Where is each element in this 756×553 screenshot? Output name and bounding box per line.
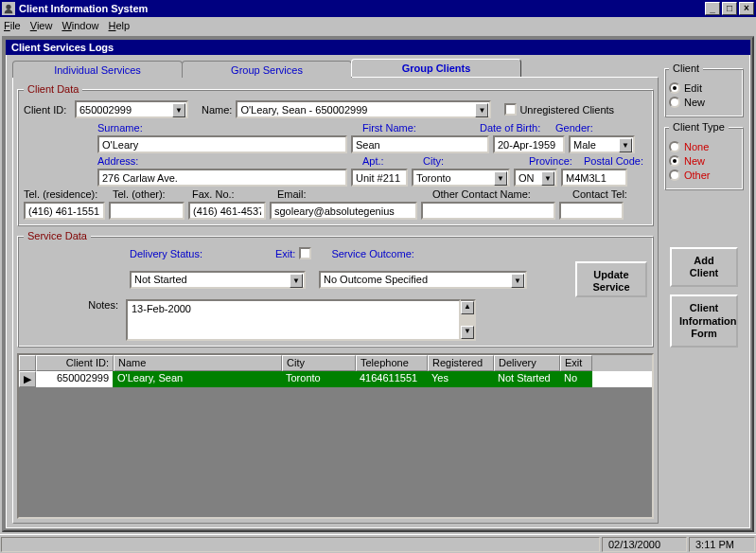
fax-input[interactable] (188, 202, 266, 220)
grid-rowselector-header (19, 355, 36, 371)
fax-label: Fax. No.: (192, 188, 235, 200)
client-info-form-button[interactable]: Client Information Form (670, 294, 738, 348)
contact-tel-input[interactable] (559, 202, 624, 220)
tab-individual-services[interactable]: Individual Services (12, 61, 183, 78)
client-type-none-radio[interactable]: None (669, 141, 739, 152)
grid-cell-registered: Yes (428, 371, 494, 387)
menu-help[interactable]: Help (109, 20, 131, 31)
province-label: Province: (529, 155, 572, 167)
menu-file[interactable]: File (4, 20, 21, 31)
other-contact-input[interactable] (421, 202, 555, 220)
firstname-label: First Name: (362, 122, 416, 134)
grid-cell-telephone: 4164611551 (356, 371, 428, 387)
minimize-button[interactable]: _ (705, 2, 720, 15)
grid-cell-name: O'Leary, Sean (114, 371, 282, 387)
apt-input[interactable] (351, 169, 408, 187)
tel-other-input[interactable] (109, 202, 185, 220)
postal-input[interactable] (561, 169, 627, 187)
client-type-group: Client Type None New Other (664, 121, 744, 190)
client-mode-group: Client Edit New (664, 62, 744, 117)
menubar: File View Window Help (0, 17, 756, 34)
notes-textarea[interactable]: 13-Feb-2000 (126, 299, 461, 341)
address-label: Address: (97, 155, 138, 167)
grid-header-city[interactable]: City (282, 355, 356, 371)
chevron-down-icon: ▼ (511, 274, 524, 288)
client-id-combo[interactable]: 650002999▼ (75, 100, 188, 118)
tel-other-label: Tel. (other): (113, 188, 166, 200)
client-mode-legend: Client (669, 62, 703, 74)
client-type-new-radio[interactable]: New (669, 155, 739, 167)
grid-header-exit[interactable]: Exit (560, 355, 592, 371)
name-combo[interactable]: O'Leary, Sean - 650002999▼ (236, 100, 491, 118)
grid-header-telephone[interactable]: Telephone (356, 355, 428, 371)
grid-header-registered[interactable]: Registered (428, 355, 494, 371)
child-window-title: Client Services Logs (6, 40, 750, 55)
name-label: Name: (202, 104, 232, 116)
grid-cell-exit: No (560, 371, 592, 387)
grid-header-delivery[interactable]: Delivery (494, 355, 560, 371)
service-data-legend: Service Data (24, 230, 91, 241)
grid-cell-client-id: 650002999 (36, 371, 114, 387)
notes-scrollbar[interactable]: ▲ ▼ (461, 299, 476, 341)
gender-combo[interactable]: Male▼ (569, 135, 635, 153)
window-title: Client Information System (19, 3, 703, 14)
app-icon (2, 2, 15, 15)
scroll-up-icon[interactable]: ▲ (461, 301, 474, 314)
maximize-button[interactable]: □ (722, 2, 737, 15)
close-button[interactable]: × (739, 2, 754, 15)
scroll-down-icon[interactable]: ▼ (461, 326, 474, 339)
chevron-down-icon: ▼ (619, 138, 632, 152)
tab-strip: Individual Services Group Services Group… (12, 59, 659, 77)
exit-checkbox[interactable] (299, 247, 311, 259)
grid-cell-delivery: Not Started (494, 371, 560, 387)
grid-row-selector[interactable]: ▶ (19, 371, 36, 387)
dob-input[interactable] (493, 135, 565, 153)
firstname-input[interactable] (351, 135, 489, 153)
add-client-button[interactable]: Add Client (670, 247, 738, 287)
other-contact-label: Other Contact Name: (432, 188, 531, 200)
chevron-down-icon: ▼ (475, 103, 488, 117)
client-data-legend: Client Data (24, 83, 82, 95)
notes-label: Notes: (24, 299, 122, 311)
tel-res-input[interactable] (24, 202, 105, 220)
outcome-label: Service Outcome: (331, 248, 413, 259)
exit-label: Exit: (275, 248, 295, 259)
chevron-down-icon: ▼ (172, 103, 185, 117)
grid-cell-city: Toronto (282, 371, 356, 387)
grid-header-client-id[interactable]: Client ID: (36, 355, 114, 371)
province-combo[interactable]: ON▼ (514, 169, 557, 187)
outcome-combo[interactable]: No Outcome Specified▼ (319, 271, 527, 289)
menu-window[interactable]: Window (62, 20, 98, 31)
client-id-label: Client ID: (24, 104, 71, 116)
delivery-combo[interactable]: Not Started▼ (130, 271, 306, 289)
status-time: 3:11 PM (689, 537, 755, 552)
grid-row[interactable]: ▶ 650002999 O'Leary, Sean Toronto 416461… (19, 371, 652, 387)
city-label: City: (423, 155, 444, 167)
address-input[interactable] (97, 169, 347, 187)
mdi-client-area: Client Services Logs Individual Services… (2, 36, 754, 532)
client-data-group: Client Data Client ID: 650002999▼ Name: … (17, 83, 654, 226)
unregistered-checkbox[interactable] (504, 103, 517, 116)
client-type-other-radio[interactable]: Other (669, 169, 739, 181)
svg-point-1 (6, 5, 10, 9)
grid-header: Client ID: Name City Telephone Registere… (19, 355, 652, 371)
contact-tel-label: Contact Tel: (572, 188, 627, 200)
grid-header-name[interactable]: Name (114, 355, 282, 371)
client-edit-radio[interactable]: Edit (669, 82, 739, 94)
chevron-down-icon: ▼ (494, 171, 507, 186)
titlebar: Client Information System _ □ × (0, 0, 756, 17)
client-new-radio[interactable]: New (669, 97, 739, 108)
delivery-label: Delivery Status: (130, 248, 202, 259)
city-combo[interactable]: Toronto▼ (412, 169, 510, 187)
update-service-button[interactable]: Update Service (575, 261, 647, 297)
status-pane-main (1, 537, 600, 552)
email-input[interactable] (270, 202, 417, 220)
apt-label: Apt.: (362, 155, 384, 167)
tab-group-services[interactable]: Group Services (182, 61, 352, 78)
surname-input[interactable] (97, 135, 347, 153)
statusbar: 02/13/2000 3:11 PM (0, 534, 756, 553)
gender-label: Gender: (555, 122, 593, 134)
service-data-group: Service Data Delivery Status: Exit: Serv… (17, 230, 654, 348)
tab-group-clients[interactable]: Group Clients (351, 59, 521, 77)
menu-view[interactable]: View (30, 20, 53, 31)
